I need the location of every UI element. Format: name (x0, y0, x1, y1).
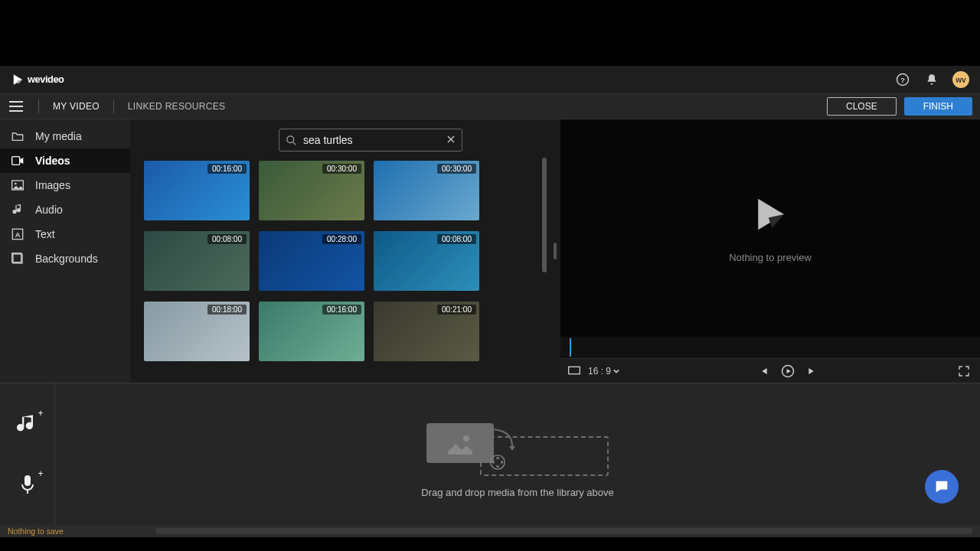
svg-text:?: ? (900, 76, 905, 84)
svg-point-10 (287, 135, 294, 142)
clip-duration: 00:21:00 (437, 305, 476, 315)
grip-icon (554, 243, 557, 259)
finish-button[interactable]: FINISH (904, 97, 972, 116)
image-icon (11, 178, 24, 192)
clip-thumbnail[interactable]: 00:16:00 (144, 161, 250, 220)
tray-tools: + + (0, 383, 55, 525)
notifications-button[interactable] (923, 71, 940, 88)
playhead[interactable] (570, 338, 571, 357)
preview-empty-text: Nothing to preview (729, 252, 812, 263)
clip-thumbnail[interactable]: 00:16:00 (259, 302, 364, 361)
sidebar-item-label: Audio (35, 204, 63, 216)
sidebar-item-videos[interactable]: Videos (0, 148, 130, 173)
fullscreen-icon (958, 365, 970, 377)
timeline-drop-zone[interactable]: Drag and drop media from the library abo… (55, 383, 980, 525)
close-icon (446, 135, 456, 144)
clip-duration: 00:18:00 (207, 305, 247, 315)
preview-stage: Nothing to preview (560, 119, 980, 337)
sidebar-item-label: Backgrounds (35, 253, 98, 265)
brand-bar: wevideo ? wv (0, 66, 980, 93)
svg-rect-13 (24, 475, 31, 486)
clip-thumbnail[interactable]: 00:21:00 (374, 302, 479, 361)
sidebar-item-label: Text (35, 228, 55, 240)
editor-main: My media Videos Images Audio A Text Back… (0, 119, 980, 383)
status-bar: Nothing to save (0, 525, 980, 537)
fullscreen-button[interactable] (956, 363, 972, 380)
project-toolbar: MY VIDEO LINKED RESOURCES CLOSE FINISH (0, 93, 980, 119)
preview-scrubber[interactable] (560, 337, 980, 358)
breadcrumb-linked[interactable]: LINKED RESOURCES (128, 101, 226, 112)
clip-thumbnail[interactable]: 00:08:00 (144, 231, 250, 291)
breadcrumb-project[interactable]: MY VIDEO (53, 101, 100, 112)
close-button[interactable]: CLOSE (827, 97, 897, 116)
timeline-horizontal-scrollbar[interactable] (155, 528, 972, 534)
media-sidebar: My media Videos Images Audio A Text Back… (0, 119, 130, 383)
preview-controls: 16 : 9 (560, 358, 980, 383)
hamburger-icon (9, 101, 23, 112)
prev-frame-button[interactable] (755, 363, 772, 380)
library-scrollbar[interactable] (542, 158, 547, 272)
sidebar-item-images[interactable]: Images (0, 173, 130, 197)
backgrounds-icon (11, 252, 24, 266)
drop-illustration (426, 410, 609, 476)
divider (113, 99, 114, 113)
menu-button[interactable] (8, 98, 24, 115)
image-icon (445, 432, 475, 455)
add-audio-track-button[interactable]: + (15, 411, 41, 437)
svg-point-14 (463, 435, 469, 442)
clip-thumbnail[interactable]: 00:30:00 (374, 161, 479, 220)
brand-logo[interactable]: wevideo (11, 73, 100, 86)
microphone-icon (18, 474, 37, 495)
clip-duration: 00:30:00 (437, 164, 476, 174)
sidebar-item-audio[interactable]: Audio (0, 197, 130, 222)
play-triangle-icon (11, 73, 24, 86)
help-circle-icon: ? (896, 73, 910, 86)
support-chat-button[interactable] (925, 470, 959, 504)
save-status-text: Nothing to save (8, 527, 64, 536)
sidebar-item-label: Images (35, 179, 70, 191)
clip-grid: 00:16:00 00:30:00 00:30:00 00:08:00 00:2… (144, 161, 536, 367)
sidebar-item-backgrounds[interactable]: Backgrounds (0, 246, 130, 271)
next-frame-button[interactable] (804, 363, 821, 380)
clip-thumbnail[interactable]: 00:18:00 (144, 302, 250, 361)
timeline-tray: + + Drag and drop media from the library… (0, 383, 980, 525)
play-circle-icon (781, 364, 795, 378)
search-bar (279, 129, 462, 152)
clip-thumbnail[interactable]: 00:28:00 (259, 231, 364, 291)
svg-text:wevideo: wevideo (28, 73, 64, 85)
search-icon (286, 135, 297, 146)
pane-resizer[interactable] (550, 119, 560, 383)
plus-icon: + (38, 468, 43, 479)
wevideo-wordmark-icon: wevideo (28, 73, 100, 86)
clear-search-button[interactable] (446, 134, 456, 146)
sidebar-item-text[interactable]: A Text (0, 222, 130, 246)
clip-duration: 00:16:00 (207, 164, 247, 174)
text-frame-icon: A (11, 227, 24, 241)
clip-thumbnail[interactable]: 00:08:00 (374, 231, 479, 291)
svg-point-5 (15, 183, 17, 185)
play-button[interactable] (779, 363, 796, 380)
music-note-icon (17, 413, 38, 435)
bell-icon (926, 73, 938, 86)
svg-rect-11 (569, 367, 580, 373)
preview-play-icon (729, 194, 812, 238)
window-top-gap (0, 0, 980, 66)
drop-instruction-text: Drag and drop media from the library abo… (421, 487, 613, 498)
search-input[interactable] (303, 134, 440, 146)
aspect-ratio-selector[interactable]: 16 : 9 (588, 366, 619, 377)
aspect-ratio-icon (568, 364, 580, 378)
clip-thumbnail[interactable]: 00:30:00 (259, 161, 364, 220)
move-icon (489, 454, 506, 474)
clip-duration: 00:30:00 (322, 164, 361, 174)
user-avatar[interactable]: wv (952, 71, 969, 88)
add-voiceover-button[interactable]: + (15, 471, 41, 497)
sidebar-item-label: Videos (35, 155, 70, 167)
clip-duration: 00:28:00 (322, 234, 361, 244)
divider (38, 99, 39, 113)
svg-rect-3 (12, 157, 20, 165)
sidebar-item-my-media[interactable]: My media (0, 124, 130, 148)
help-button[interactable]: ? (894, 71, 911, 88)
sidebar-item-label: My media (35, 130, 82, 142)
media-library: 00:16:00 00:30:00 00:30:00 00:08:00 00:2… (130, 119, 550, 383)
folder-icon (11, 129, 24, 143)
